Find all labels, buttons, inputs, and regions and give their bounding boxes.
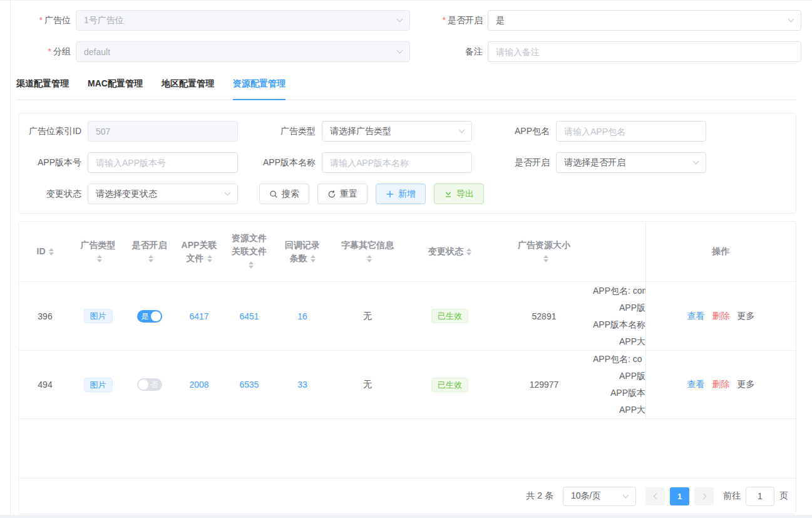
reset-button[interactable]: 重置 xyxy=(317,184,367,204)
chevron-down-icon xyxy=(397,16,403,23)
enabled-select[interactable]: 是 xyxy=(488,10,801,31)
sort-caret-icon[interactable] xyxy=(311,255,316,262)
goto-input[interactable] xyxy=(746,487,774,506)
enabled-switch[interactable]: 是 xyxy=(137,310,162,323)
add-button[interactable]: 新增 xyxy=(376,184,426,204)
filter-enabled-field: 是否开启 请选择是否开启 xyxy=(487,152,721,173)
change-status-placeholder: 请选择变更状态 xyxy=(96,189,225,200)
search-button[interactable]: 搜索 xyxy=(259,184,309,204)
chevron-down-icon xyxy=(397,48,403,54)
change-status-tag: 已生效 xyxy=(431,378,468,392)
required-asterisk: * xyxy=(48,46,51,56)
search-button-label: 搜索 xyxy=(282,189,299,200)
goto-unit: 页 xyxy=(779,490,788,502)
column-header-res-size[interactable]: 广告资源大小 xyxy=(495,222,593,281)
download-icon xyxy=(444,190,453,199)
sort-caret-icon[interactable] xyxy=(466,248,471,256)
remark-field: 备注 xyxy=(411,41,812,62)
app-file-link[interactable]: 6417 xyxy=(189,311,208,321)
chevron-down-icon xyxy=(623,492,629,498)
table-row: 494 图片 否 2008 6535 33 无 已生效 129977 APP包名… xyxy=(19,351,796,419)
content-panel: *广告位 1号广告位 *是否开启 是 *分组 default 备注 xyxy=(10,1,812,515)
more-link[interactable]: 更多 xyxy=(737,379,755,390)
sort-caret-icon[interactable] xyxy=(49,248,54,256)
filter-enabled-label: 是否开启 xyxy=(487,157,556,168)
enabled-switch[interactable]: 否 xyxy=(137,378,162,391)
change-status-field: 变更状态 请选择变更状态 xyxy=(19,184,253,204)
export-button[interactable]: 导出 xyxy=(434,184,484,204)
pkg-name-field: APP包名 xyxy=(487,121,721,142)
column-header-change-status[interactable]: 变更状态 xyxy=(404,222,495,281)
cell-subtitle: 无 xyxy=(331,282,404,350)
sort-caret-icon[interactable] xyxy=(207,255,212,262)
res-file-link[interactable]: 6535 xyxy=(239,380,259,390)
ad-type-select[interactable]: 请选择广告类型 xyxy=(322,121,472,142)
remark-input[interactable] xyxy=(496,47,793,57)
ad-type-field: 广告类型 请选择广告类型 xyxy=(253,121,487,142)
app-info-text: APP版本名称: xyxy=(593,316,645,333)
column-header-res-file[interactable]: 资源文件关联文件 xyxy=(224,222,274,281)
column-header-enabled[interactable]: 是否开启 xyxy=(125,222,174,281)
change-status-select[interactable]: 请选择变更状态 xyxy=(88,184,238,204)
pagination: 共 2 条 10条/页 1 前往 页 xyxy=(19,479,796,514)
cell-app-info: APP包名: co APP版 APP版本 APP大 xyxy=(593,351,645,418)
cell-app-file: 6417 xyxy=(174,282,224,350)
page-size-select[interactable]: 10条/页 xyxy=(563,487,636,506)
column-header-app-file[interactable]: APP关联文件 xyxy=(174,222,224,281)
app-info-text: APP版 xyxy=(593,299,645,316)
sort-caret-icon[interactable] xyxy=(97,255,102,262)
prev-page-button[interactable] xyxy=(645,487,665,505)
chevron-down-icon xyxy=(693,158,699,165)
app-info-text: APP版 xyxy=(593,368,645,385)
res-file-link[interactable]: 6451 xyxy=(239,311,259,321)
column-header-id[interactable]: ID xyxy=(19,222,71,281)
version-input[interactable] xyxy=(96,158,230,168)
filter-buttons: 搜索 重置 新增 导出 xyxy=(259,184,484,204)
pkg-name-input[interactable] xyxy=(564,127,698,137)
sort-caret-icon[interactable] xyxy=(367,255,372,262)
delete-link[interactable]: 删除 xyxy=(712,311,730,322)
cell-app-info: APP包名: com APP版 APP版本名称: APP大 xyxy=(593,282,645,350)
delete-link[interactable]: 删除 xyxy=(712,379,730,390)
switch-knob xyxy=(138,380,148,390)
config-tabs: 渠道配置管理 MAC配置管理 地区配置管理 资源配置管理 xyxy=(16,78,796,100)
view-link[interactable]: 查看 xyxy=(687,311,705,322)
tab-mac-config[interactable]: MAC配置管理 xyxy=(88,78,143,100)
tab-channel-config[interactable]: 渠道配置管理 xyxy=(16,78,69,100)
tab-resource-config[interactable]: 资源配置管理 xyxy=(233,78,285,100)
callback-link[interactable]: 16 xyxy=(297,311,307,321)
version-input-wrap xyxy=(88,152,238,173)
column-header-ad-type[interactable]: 广告类型 xyxy=(71,222,125,281)
cell-actions: 查看 删除 更多 xyxy=(645,351,796,418)
sort-caret-icon[interactable] xyxy=(148,255,153,262)
next-page-button[interactable] xyxy=(694,487,714,505)
table-empty-area xyxy=(19,419,796,479)
enabled-field: *是否开启 是 xyxy=(411,10,812,31)
filter-row-1: 广告位索引ID 广告类型 请选择广告类型 APP包名 xyxy=(19,121,796,142)
page-size-value: 10条/页 xyxy=(571,490,624,502)
app-file-link[interactable]: 2008 xyxy=(189,380,208,390)
sort-caret-icon[interactable] xyxy=(249,261,254,269)
sort-caret-icon[interactable] xyxy=(543,255,548,262)
version-name-input[interactable] xyxy=(330,158,464,168)
ad-slot-select: 1号广告位 xyxy=(76,10,410,31)
tab-region-config[interactable]: 地区配置管理 xyxy=(162,78,214,100)
ad-slot-value: 1号广告位 xyxy=(84,15,398,26)
page-buttons: 1 xyxy=(645,487,714,505)
cell-res-size: 129977 xyxy=(495,351,593,418)
group-value: default xyxy=(84,47,398,57)
column-header-callback[interactable]: 回调记录条数 xyxy=(274,222,331,281)
filter-enabled-select[interactable]: 请选择是否开启 xyxy=(556,152,706,173)
current-page-button[interactable]: 1 xyxy=(670,487,689,505)
cell-id: 494 xyxy=(19,351,71,418)
top-form-row-1: *广告位 1号广告位 *是否开启 是 xyxy=(11,10,812,31)
version-name-label: APP版本名称 xyxy=(253,157,322,168)
column-header-subtitle[interactable]: 字幕其它信息 xyxy=(331,222,404,281)
resource-table: ID 广告类型 是否开启 APP关联文件 资源文件关联文件 回调记录条数 字幕其… xyxy=(18,221,796,514)
view-link[interactable]: 查看 xyxy=(687,379,705,390)
search-icon xyxy=(269,190,278,199)
ad-slot-field: *广告位 1号广告位 xyxy=(11,10,411,31)
index-id-label: 广告位索引ID xyxy=(19,126,88,137)
more-link[interactable]: 更多 xyxy=(737,311,755,322)
callback-link[interactable]: 33 xyxy=(297,380,307,390)
